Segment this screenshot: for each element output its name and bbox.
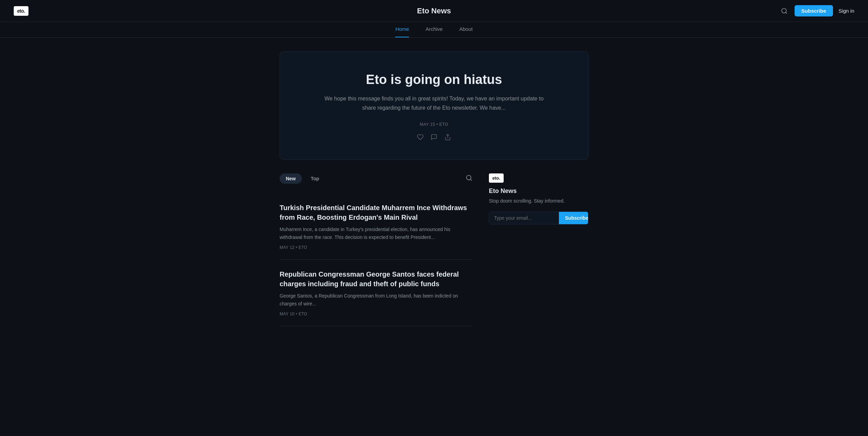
svg-line-1 xyxy=(785,12,787,13)
sidebar-subscribe-form: Subscribe xyxy=(489,211,588,225)
site-title: Eto News xyxy=(417,7,451,15)
sidebar-subscribe-button[interactable]: Subscribe xyxy=(559,212,588,224)
header-logo: eto. xyxy=(14,6,28,16)
post-title[interactable]: Republican Congressman George Santos fac… xyxy=(280,269,472,289)
search-button[interactable] xyxy=(779,6,789,16)
sidebar-logo: eto. xyxy=(489,173,504,183)
main-nav: Home Archive About xyxy=(0,22,868,38)
post-excerpt: Muharrem Ince, a candidate in Turkey's p… xyxy=(280,226,472,241)
post-card: Turkish Presidential Candidate Muharrem … xyxy=(280,193,472,260)
posts-header: New Top xyxy=(280,173,472,184)
comment-icon[interactable] xyxy=(431,134,437,142)
posts-tabs: New Top xyxy=(280,173,325,184)
post-excerpt: George Santos, a Republican Congressman … xyxy=(280,292,472,307)
svg-line-4 xyxy=(470,179,472,181)
header: eto. Eto News Subscribe Sign in xyxy=(0,0,868,22)
search-icon xyxy=(466,174,472,181)
sidebar-email-input[interactable] xyxy=(489,212,559,224)
hero-actions xyxy=(307,134,561,142)
posts-search-button[interactable] xyxy=(466,174,472,183)
tab-top[interactable]: Top xyxy=(305,173,326,184)
hero-meta: MAY 15 • ETO xyxy=(307,122,561,127)
hero-section: Eto is going on hiatus We hope this mess… xyxy=(280,51,588,160)
share-icon[interactable] xyxy=(444,134,451,142)
main-content: New Top Turkish Presidential Candidate M… xyxy=(280,173,588,347)
nav-item-about[interactable]: About xyxy=(459,26,472,37)
post-meta: MAY 12 • ETO xyxy=(280,245,472,250)
search-icon xyxy=(781,8,788,14)
sidebar-tagline: Stop doom scrolling. Stay informed. xyxy=(489,197,588,205)
nav-item-archive[interactable]: Archive xyxy=(425,26,443,37)
post-title[interactable]: Turkish Presidential Candidate Muharrem … xyxy=(280,203,472,222)
post-card: Republican Congressman George Santos fac… xyxy=(280,260,472,326)
post-meta: MAY 10 • ETO xyxy=(280,312,472,316)
sidebar-publication-name: Eto News xyxy=(489,187,588,195)
logo-box: eto. xyxy=(14,6,28,16)
sidebar: eto. Eto News Stop doom scrolling. Stay … xyxy=(489,173,588,326)
posts-section: New Top Turkish Presidential Candidate M… xyxy=(280,173,472,326)
hero-title: Eto is going on hiatus xyxy=(307,72,561,87)
tab-new[interactable]: New xyxy=(280,173,302,184)
hero-description: We hope this message finds you all in gr… xyxy=(317,94,551,112)
nav-item-home[interactable]: Home xyxy=(395,26,409,37)
like-icon[interactable] xyxy=(417,134,424,142)
header-subscribe-button[interactable]: Subscribe xyxy=(795,5,833,16)
header-actions: Subscribe Sign in xyxy=(779,5,854,16)
signin-button[interactable]: Sign in xyxy=(838,8,854,14)
